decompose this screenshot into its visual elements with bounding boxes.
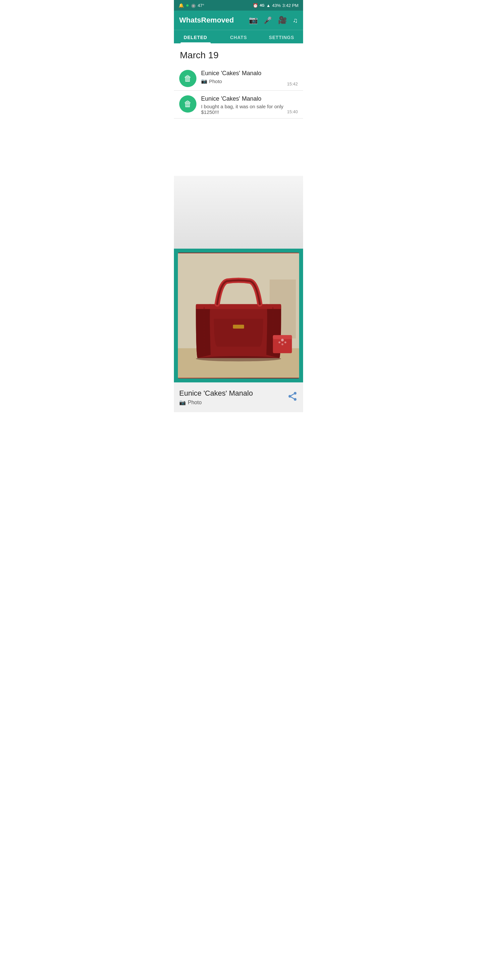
tab-chats[interactable]: CHATS	[217, 30, 260, 43]
mic-icon[interactable]: 🎤	[264, 16, 272, 24]
image-panel	[174, 249, 303, 382]
share-icon[interactable]	[287, 391, 298, 404]
bottom-photo-icon: 📷	[179, 399, 186, 406]
bottom-sender-name: Eunice 'Cakes' Manalo	[179, 389, 287, 398]
svg-point-17	[294, 398, 297, 401]
trash-icon: 🗑	[184, 99, 192, 108]
messages-status-icon: ◉	[191, 2, 196, 9]
svg-point-13	[284, 341, 286, 343]
message-time: 15:40	[287, 109, 298, 114]
status-bar: 🔔 ● ◉ 47° ⏰ 4G ▲ 43% 3:42 PM	[174, 0, 303, 11]
svg-point-16	[289, 395, 291, 398]
main-content: March 19 🗑 Eunice 'Cakes' Manalo 📷 Photo…	[174, 43, 303, 176]
avatar: 🗑	[179, 95, 196, 113]
list-item[interactable]: 🗑 Eunice 'Cakes' Manalo I bought a bag, …	[174, 91, 303, 119]
clock-time: 3:42 PM	[282, 3, 298, 8]
sender-name: Eunice 'Cakes' Manalo	[201, 95, 298, 102]
app-bar: WhatsRemoved 📷 🎤 🎥 ♫	[174, 11, 303, 30]
message-body: Eunice 'Cakes' Manalo I bought a bag, it…	[201, 95, 298, 115]
music-icon[interactable]: ♫	[293, 17, 298, 24]
network-type: 4G	[260, 3, 265, 7]
avatar: 🗑	[179, 70, 196, 87]
bell-icon: 🔔	[179, 3, 184, 8]
svg-point-11	[281, 339, 284, 341]
date-header: March 19	[174, 43, 303, 65]
bottom-info-text: Eunice 'Cakes' Manalo 📷 Photo	[179, 389, 287, 406]
camera-icon[interactable]: 📷	[249, 16, 258, 24]
svg-line-18	[291, 397, 294, 399]
bag-photo	[178, 253, 299, 379]
battery-level: 43%	[272, 3, 281, 8]
message-preview: 📷 Photo	[201, 78, 298, 84]
svg-point-12	[279, 341, 281, 343]
svg-rect-4	[196, 304, 281, 309]
app-title: WhatsRemoved	[179, 16, 234, 24]
tab-settings[interactable]: SETTINGS	[260, 30, 303, 43]
message-body: Eunice 'Cakes' Manalo 📷 Photo	[201, 70, 298, 84]
bottom-info-panel: Eunice 'Cakes' Manalo 📷 Photo	[174, 382, 303, 412]
svg-rect-5	[233, 325, 244, 329]
tabs: DELETED CHATS SETTINGS	[174, 30, 303, 43]
status-left: 🔔 ● ◉ 47°	[179, 2, 204, 9]
app-bar-icons: 📷 🎤 🎥 ♫	[249, 16, 298, 24]
message-time: 15:42	[287, 81, 298, 86]
svg-line-19	[291, 394, 294, 395]
svg-point-14	[282, 343, 284, 345]
video-icon[interactable]: 🎥	[278, 16, 287, 24]
photo-icon: 📷	[201, 78, 207, 84]
svg-point-15	[294, 392, 297, 394]
bag-svg	[178, 253, 299, 379]
tab-deleted[interactable]: DELETED	[174, 30, 217, 43]
gray-transition-area	[174, 176, 303, 249]
svg-rect-10	[273, 335, 292, 339]
sender-name: Eunice 'Cakes' Manalo	[201, 70, 298, 77]
status-right: ⏰ 4G ▲ 43% 3:42 PM	[253, 3, 298, 8]
whatsapp-status-icon: ●	[186, 2, 189, 8]
list-item[interactable]: 🗑 Eunice 'Cakes' Manalo 📷 Photo 15:42	[174, 65, 303, 91]
signal-icon: ▲	[266, 3, 271, 8]
svg-point-8	[196, 356, 281, 361]
alarm-icon: ⏰	[253, 3, 258, 8]
message-preview: I bought a bag, it was on sale for only …	[201, 103, 298, 115]
trash-icon: 🗑	[184, 74, 192, 83]
temperature: 47°	[198, 3, 204, 8]
bottom-preview: 📷 Photo	[179, 399, 287, 406]
